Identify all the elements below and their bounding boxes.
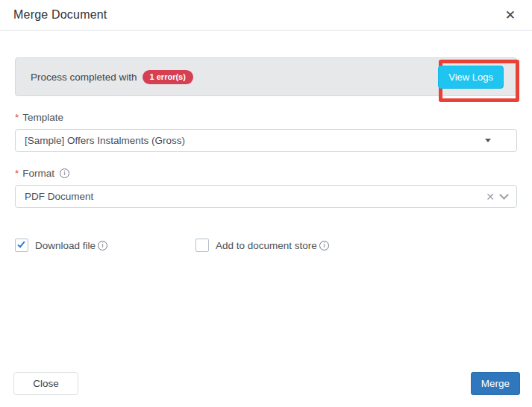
- template-select[interactable]: [Sample] Offers Instalments (Gross): [15, 129, 517, 152]
- alert-message: Process completed with: [31, 72, 137, 83]
- combobox-icons: ✕: [486, 192, 507, 202]
- dialog-title: Merge Document: [13, 8, 107, 22]
- format-combobox[interactable]: PDF Document ✕: [15, 185, 517, 208]
- format-label-text: Format: [22, 168, 54, 179]
- merge-button[interactable]: Merge: [471, 372, 520, 395]
- view-logs-button[interactable]: View Logs: [438, 66, 504, 89]
- dialog-header: Merge Document ✕: [0, 0, 532, 31]
- process-status-alert: Process completed with 1 error(s) View L…: [15, 57, 517, 96]
- close-icon[interactable]: ✕: [502, 7, 519, 23]
- required-asterisk: *: [15, 112, 19, 123]
- format-selected-value: PDF Document: [25, 191, 486, 202]
- error-count-badge: 1 error(s): [143, 70, 193, 84]
- clear-icon[interactable]: ✕: [486, 192, 495, 202]
- template-label-text: Template: [22, 112, 63, 123]
- template-selected-value: [Sample] Offers Instalments (Gross): [25, 135, 485, 146]
- dialog-footer: Close Merge: [0, 372, 532, 407]
- dialog-body: Process completed with 1 error(s) View L…: [0, 57, 532, 252]
- checkmark-icon: [17, 240, 25, 248]
- required-asterisk: *: [15, 168, 19, 179]
- template-label: *Template: [15, 112, 517, 123]
- info-icon: i: [319, 241, 329, 250]
- download-file-option: Download file i: [15, 239, 107, 252]
- options-row: Download file i Add to document store i: [15, 239, 517, 252]
- add-to-store-label: Add to document store i: [216, 240, 329, 251]
- download-file-label: Download file i: [35, 240, 107, 251]
- add-to-store-checkbox[interactable]: [195, 239, 209, 252]
- add-to-store-label-text: Add to document store: [216, 240, 317, 251]
- format-field-group: *Format i PDF Document ✕: [15, 168, 517, 208]
- info-icon: i: [98, 241, 107, 250]
- caret-down-icon: [485, 139, 491, 142]
- info-icon: i: [60, 168, 69, 178]
- template-field-group: *Template [Sample] Offers Instalments (G…: [15, 112, 517, 152]
- alert-container: Process completed with 1 error(s) View L…: [15, 57, 517, 96]
- chevron-down-icon[interactable]: [499, 190, 509, 200]
- download-file-checkbox[interactable]: [15, 239, 28, 252]
- close-button[interactable]: Close: [13, 372, 78, 395]
- format-label: *Format i: [15, 168, 517, 179]
- alert-message-group: Process completed with 1 error(s): [31, 70, 193, 84]
- download-file-label-text: Download file: [35, 240, 96, 251]
- merge-document-dialog: Merge Document ✕ Process completed with …: [0, 0, 532, 407]
- add-to-store-option: Add to document store i: [195, 239, 329, 252]
